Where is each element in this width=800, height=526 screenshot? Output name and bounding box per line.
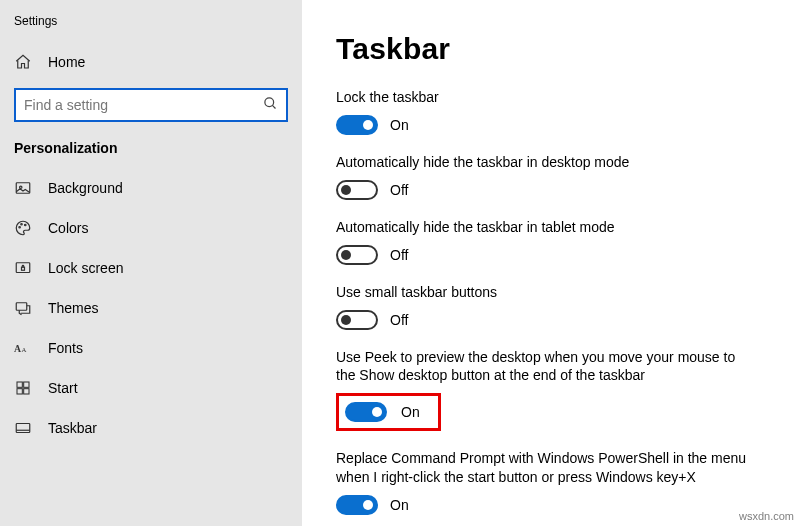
setting-label: Use small taskbar buttons <box>336 283 756 302</box>
sidebar-item-label: Taskbar <box>48 420 97 436</box>
toggle-auto-hide-tablet[interactable] <box>336 245 378 265</box>
sidebar-item-start[interactable]: Start <box>0 368 302 408</box>
setting-auto-hide-desktop: Automatically hide the taskbar in deskto… <box>336 153 756 200</box>
svg-rect-13 <box>24 382 29 387</box>
svg-text:A: A <box>14 343 21 354</box>
window-title: Settings <box>0 10 302 42</box>
sidebar-item-taskbar[interactable]: Taskbar <box>0 408 302 448</box>
sidebar-item-label: Themes <box>48 300 99 316</box>
setting-label: Use Peek to preview the desktop when you… <box>336 348 756 386</box>
sidebar-item-colors[interactable]: Colors <box>0 208 302 248</box>
svg-rect-16 <box>16 424 30 433</box>
sidebar: Settings Home Personalization Background <box>0 0 302 526</box>
svg-line-1 <box>272 105 275 108</box>
sidebar-item-label: Colors <box>48 220 88 236</box>
setting-small-buttons: Use small taskbar buttons Off <box>336 283 756 330</box>
svg-rect-12 <box>17 382 22 387</box>
svg-rect-8 <box>22 267 25 270</box>
sidebar-item-label: Start <box>48 380 78 396</box>
setting-label: Automatically hide the taskbar in tablet… <box>336 218 756 237</box>
svg-point-5 <box>21 224 23 226</box>
toggle-state: Off <box>390 247 408 263</box>
nav-home-label: Home <box>48 54 85 70</box>
svg-point-4 <box>19 227 21 229</box>
palette-icon <box>14 219 32 237</box>
toggle-use-peek[interactable] <box>345 402 387 422</box>
setting-label: Lock the taskbar <box>336 88 756 107</box>
svg-rect-14 <box>17 389 22 394</box>
setting-powershell: Replace Command Prompt with Windows Powe… <box>336 449 756 515</box>
setting-label: Automatically hide the taskbar in deskto… <box>336 153 756 172</box>
toggle-state: Off <box>390 312 408 328</box>
toggle-state: On <box>390 497 409 513</box>
search-icon <box>263 96 278 114</box>
toggle-state: Off <box>390 182 408 198</box>
nav-home[interactable]: Home <box>0 42 302 82</box>
sidebar-item-lock-screen[interactable]: Lock screen <box>0 248 302 288</box>
content-panel: Taskbar Lock the taskbar On Automaticall… <box>302 0 800 526</box>
setting-label: Replace Command Prompt with Windows Powe… <box>336 449 756 487</box>
search-input[interactable] <box>24 97 263 113</box>
sidebar-item-label: Lock screen <box>48 260 123 276</box>
sidebar-item-label: Background <box>48 180 123 196</box>
sidebar-item-themes[interactable]: Themes <box>0 288 302 328</box>
svg-rect-15 <box>24 389 29 394</box>
fonts-icon: AA <box>14 339 32 357</box>
sidebar-item-label: Fonts <box>48 340 83 356</box>
setting-use-peek: Use Peek to preview the desktop when you… <box>336 348 756 432</box>
toggle-lock-taskbar[interactable] <box>336 115 378 135</box>
watermark: wsxdn.com <box>739 510 794 522</box>
start-icon <box>14 379 32 397</box>
svg-point-6 <box>25 224 27 226</box>
picture-icon <box>14 179 32 197</box>
toggle-powershell[interactable] <box>336 495 378 515</box>
search-box[interactable] <box>14 88 288 122</box>
toggle-small-buttons[interactable] <box>336 310 378 330</box>
svg-point-0 <box>265 98 274 107</box>
sidebar-item-fonts[interactable]: AA Fonts <box>0 328 302 368</box>
setting-lock-taskbar: Lock the taskbar On <box>336 88 756 135</box>
lock-screen-icon <box>14 259 32 277</box>
toggle-state: On <box>390 117 409 133</box>
svg-text:A: A <box>22 346 27 353</box>
page-title: Taskbar <box>336 32 766 66</box>
svg-rect-9 <box>16 303 27 311</box>
toggle-auto-hide-desktop[interactable] <box>336 180 378 200</box>
highlight-annotation: On <box>336 393 441 431</box>
toggle-state: On <box>401 404 420 420</box>
sidebar-item-background[interactable]: Background <box>0 168 302 208</box>
themes-icon <box>14 299 32 317</box>
setting-auto-hide-tablet: Automatically hide the taskbar in tablet… <box>336 218 756 265</box>
sidebar-section-header: Personalization <box>0 132 302 168</box>
home-icon <box>14 53 32 71</box>
taskbar-icon <box>14 419 32 437</box>
